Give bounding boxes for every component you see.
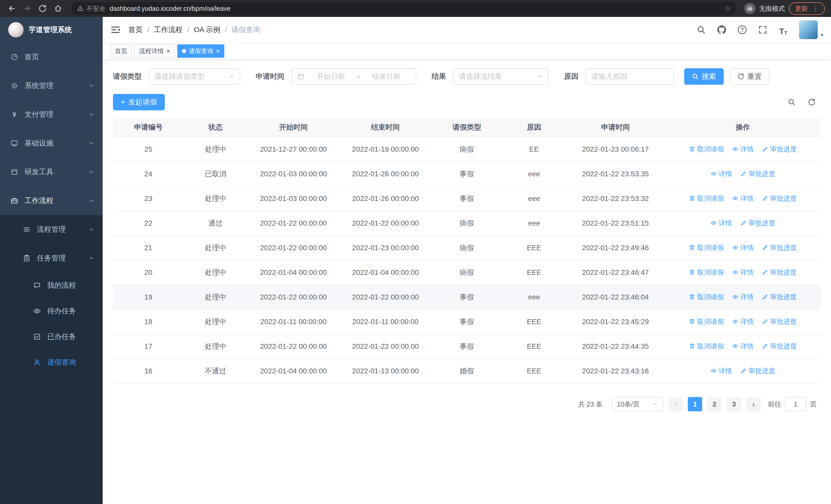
reason-input[interactable] [591, 72, 668, 81]
close-icon[interactable]: × [216, 48, 220, 54]
sidebar-item-process-management[interactable]: 流程管理 [0, 215, 103, 244]
sidebar-item-leave-query[interactable]: 请假查询 [0, 350, 103, 375]
avatar[interactable] [799, 20, 818, 39]
tab-process-detail[interactable]: 流程详情 × [135, 45, 175, 58]
table-row[interactable]: 25处理中2021-12-27 00:00:002022-01-19 00:00… [113, 137, 821, 162]
fullscreen-icon[interactable] [757, 24, 768, 35]
breadcrumb-oa-example[interactable]: OA 示例 [194, 25, 221, 35]
approval-progress-action[interactable]: 审批进度 [762, 268, 797, 277]
github-icon[interactable] [717, 24, 727, 35]
table-row[interactable]: 24已取消2022-01-03 00:00:002022-01-26 00:00… [113, 162, 821, 186]
detail-action[interactable]: 详情 [732, 243, 754, 252]
approval-progress-action[interactable]: 审批进度 [740, 169, 775, 178]
font-size-icon[interactable]: TT [778, 24, 789, 35]
chevron-down-icon [88, 111, 94, 118]
approval-progress-action[interactable]: 审批进度 [740, 219, 775, 228]
table-row[interactable]: 22通过2022-01-22 00:00:002022-01-22 00:00:… [113, 211, 821, 236]
sidebar-item-done-tasks[interactable]: 已办任务 [0, 324, 103, 350]
cancel-leave-action[interactable]: 取消请假 [689, 145, 724, 154]
site-security-warning[interactable]: 不安全 [77, 4, 106, 13]
table-row[interactable]: 23处理中2022-01-03 00:00:002022-01-26 00:00… [113, 186, 821, 211]
edit-icon [762, 195, 768, 202]
end-date-placeholder[interactable]: 结束日期 [362, 72, 411, 81]
help-icon[interactable]: ? [737, 24, 747, 35]
prev-page-button[interactable]: ‹ [668, 397, 683, 411]
detail-action[interactable]: 详情 [732, 194, 754, 203]
create-leave-button[interactable]: + 发起请假 [113, 94, 165, 110]
approval-progress-action[interactable]: 审批进度 [762, 293, 797, 301]
page-button-3[interactable]: 3 [727, 397, 741, 411]
detail-action[interactable]: 详情 [732, 317, 754, 326]
sidebar-item-home[interactable]: 首页 [0, 42, 103, 71]
sidebar-item-dev-tools[interactable]: 研发工具 [0, 157, 103, 186]
cell-operations: 取消请假详情审批进度 [665, 236, 821, 260]
toggle-search-icon[interactable] [788, 98, 796, 106]
sidebar-toggle-hamburger-icon[interactable] [110, 25, 121, 35]
url-text[interactable]: dashboard.yudao.iocoder.cn/bpm/oa/leave [110, 5, 230, 12]
forward-icon[interactable] [22, 3, 33, 14]
result-select[interactable]: 请选择流结果 [453, 68, 549, 85]
breadcrumb-home[interactable]: 首页 [128, 25, 143, 35]
cancel-leave-action[interactable]: 取消请假 [689, 243, 724, 252]
cancel-leave-action[interactable]: 取消请假 [689, 293, 724, 301]
detail-action[interactable]: 详情 [732, 268, 754, 277]
page-button-1[interactable]: 1 [688, 397, 702, 411]
approval-progress-action[interactable]: 审批进度 [740, 366, 775, 376]
cancel-leave-action[interactable]: 取消请假 [689, 268, 724, 277]
close-icon[interactable]: × [166, 48, 170, 54]
detail-action[interactable]: 详情 [732, 342, 754, 351]
table-row[interactable]: 20处理中2022-01-04 00:00:002022-01-04 00:00… [113, 260, 821, 285]
action-label: 详情 [719, 219, 732, 228]
sidebar-item-workflow[interactable]: 工作流程 [0, 186, 103, 215]
tab-home[interactable]: 首页 [110, 45, 132, 58]
cancel-leave-action[interactable]: 取消请假 [689, 194, 724, 203]
address-bar[interactable]: 不安全 dashboard.yudao.iocoder.cn/bpm/oa/le… [71, 2, 737, 15]
cancel-leave-action[interactable]: 取消请假 [689, 342, 724, 351]
cell-apply_time: 2022-01-22 23:44:35 [566, 334, 665, 359]
sidebar-item-infrastructure[interactable]: 基础设施 [0, 129, 103, 157]
table-row[interactable]: 21处理中2022-01-22 00:00:002022-01-23 00:00… [113, 236, 821, 260]
app-logo[interactable]: 芋道管理系统 [0, 17, 103, 42]
page-button-2[interactable]: 2 [707, 397, 722, 411]
detail-action[interactable]: 详情 [732, 145, 754, 154]
bookmark-star-icon[interactable]: ☆ [724, 4, 731, 13]
home-icon[interactable] [52, 3, 64, 14]
kebab-menu-icon[interactable]: ⋮ [812, 5, 819, 12]
table-row[interactable]: 16不通过2022-01-04 00:00:002022-01-13 00:00… [113, 359, 821, 383]
approval-progress-action[interactable]: 审批进度 [762, 194, 797, 203]
reset-button[interactable]: 重置 [730, 68, 769, 85]
cancel-leave-action[interactable]: 取消请假 [689, 317, 724, 326]
detail-action[interactable]: 详情 [711, 169, 732, 178]
leave-type-select[interactable]: 请选择请假类型 [149, 68, 240, 85]
approval-progress-action[interactable]: 审批进度 [762, 145, 797, 154]
approval-progress-action[interactable]: 审批进度 [762, 317, 797, 326]
sidebar-item-payment[interactable]: ¥ 支付管理 [0, 100, 103, 129]
sidebar-item-system[interactable]: 系统管理 [0, 71, 103, 100]
table-row[interactable]: 18处理中2022-01-11 00:00:002022-01-11 00:00… [113, 309, 821, 334]
date-range-picker[interactable]: 开始日期 - 结束日期 [291, 68, 416, 85]
tab-leave-query[interactable]: 请假查询 × [177, 45, 224, 58]
reload-icon[interactable] [37, 3, 48, 14]
cell-end: 2022-01-22 00:00:00 [340, 285, 432, 309]
refresh-table-icon[interactable] [808, 98, 815, 106]
page-size-select[interactable]: 10条/页 [612, 397, 663, 411]
user-avatar-menu[interactable]: ▾ [799, 20, 823, 39]
breadcrumb-workflow[interactable]: 工作流程 [154, 25, 183, 35]
approval-progress-action[interactable]: 审批进度 [762, 342, 797, 351]
detail-action[interactable]: 详情 [711, 366, 732, 376]
header-search-icon[interactable] [696, 24, 706, 35]
search-button[interactable]: 搜索 [684, 68, 724, 85]
detail-action[interactable]: 详情 [732, 293, 754, 301]
approval-progress-action[interactable]: 审批进度 [762, 243, 797, 252]
sidebar-item-todo-tasks[interactable]: 待办任务 [0, 298, 103, 324]
start-date-placeholder[interactable]: 开始日期 [307, 72, 355, 81]
goto-page-input[interactable] [785, 397, 806, 411]
sidebar-item-my-process[interactable]: 我的流程 [0, 272, 103, 298]
sidebar-item-task-management[interactable]: 任务管理 [0, 244, 103, 272]
back-icon[interactable] [6, 3, 18, 14]
browser-update-button[interactable]: 更新 ⋮ [789, 2, 825, 15]
table-row[interactable]: 17处理中2022-01-22 00:00:002022-01-22 00:00… [113, 334, 821, 359]
detail-action[interactable]: 详情 [711, 219, 732, 228]
next-page-button[interactable]: › [746, 397, 761, 411]
table-row[interactable]: 19处理中2022-01-22 00:00:002022-01-22 00:00… [113, 285, 821, 309]
